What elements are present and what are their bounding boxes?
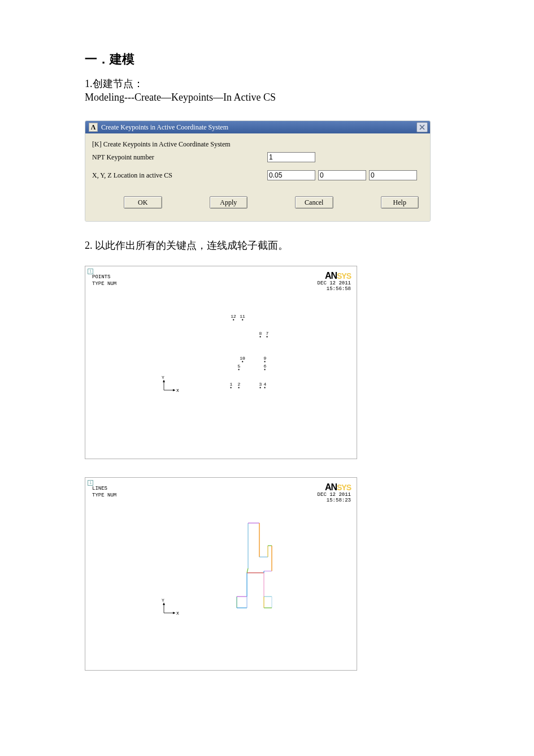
logo-sys: SYS [337, 483, 351, 492]
points-plot: 1 POINTS TYPE NUM ANSYS DEC 12 2011 15:5… [85, 266, 357, 459]
x-input[interactable] [267, 170, 315, 180]
keypoint-marker: 3 [259, 382, 262, 388]
npt-label: NPT Keypoint number [92, 153, 267, 162]
svg-marker-2 [173, 389, 175, 391]
keypoint-marker: 2 [238, 382, 241, 388]
apply-button[interactable]: Apply [210, 196, 248, 209]
keypoint-marker: 5 [238, 364, 241, 370]
lines-plot: 1 LINES TYPE NUM ANSYS DEC 12 2011 15:58… [85, 477, 357, 671]
y-input[interactable] [318, 170, 366, 180]
logo-an: AN [325, 482, 337, 492]
triad-icon: X Y [162, 599, 180, 617]
dialog-body: [K] Create Keypoints in Active Coordinat… [85, 133, 430, 221]
close-icon[interactable] [416, 122, 428, 132]
plot-badge-icon: 1 [88, 480, 93, 486]
cancel-button[interactable]: Cancel [295, 196, 333, 209]
plot-meta-line2: TYPE NUM [92, 281, 116, 288]
plot-time: 15:58:23 [318, 498, 351, 504]
plot-meta: POINTS TYPE NUM [92, 274, 116, 287]
triad-y: Y [162, 375, 164, 380]
help-button[interactable]: Help [381, 196, 419, 209]
ansys-logo: ANSYS DEC 12 2011 15:56:58 [318, 271, 351, 292]
plot-meta-line2: TYPE NUM [92, 493, 116, 499]
npt-input[interactable] [267, 152, 315, 162]
svg-marker-7 [163, 603, 165, 605]
dialog-header-label: [K] Create Keypoints in Active Coordinat… [92, 140, 267, 149]
plot-meta-line1: LINES [92, 486, 116, 493]
ansys-logo: ANSYS DEC 12 2011 15:58:23 [318, 482, 351, 504]
app-icon: Λ [89, 123, 98, 132]
step1-path: Modeling---Create—Keypoints—In Active CS [85, 92, 449, 103]
keypoint-marker: 7 [266, 331, 269, 338]
logo-an: AN [325, 271, 337, 280]
triad-y: Y [162, 598, 164, 603]
keypoints-dialog: Λ Create Keypoints in Active Coordinate … [85, 120, 431, 222]
keypoint-marker: 8 [259, 331, 262, 338]
ok-button[interactable]: OK [124, 196, 162, 209]
keypoint-marker: 10 [240, 356, 245, 362]
dialog-titlebar: Λ Create Keypoints in Active Coordinate … [85, 121, 430, 133]
plot-meta: LINES TYPE NUM [92, 486, 116, 499]
keypoint-marker: 11 [240, 314, 245, 321]
triad-x: X [176, 388, 179, 393]
triad-x: X [176, 611, 179, 616]
xyz-label: X, Y, Z Location in active CS [92, 171, 267, 180]
plot-badge-icon: 1 [88, 269, 93, 274]
svg-marker-6 [173, 612, 175, 614]
plot-time: 15:56:58 [318, 287, 351, 292]
section-title: 一．建模 [85, 51, 449, 68]
logo-sys: SYS [337, 271, 351, 280]
svg-marker-3 [163, 380, 165, 382]
dialog-title: Create Keypoints in Active Coordinate Sy… [101, 123, 228, 132]
z-input[interactable] [369, 170, 417, 180]
lines-shape [237, 523, 276, 608]
plot-meta-line1: POINTS [92, 274, 116, 281]
keypoint-marker: 6 [264, 364, 267, 370]
keypoint-marker: 4 [264, 382, 267, 388]
keypoint-marker: 9 [264, 356, 267, 362]
step2-label: 2. 以此作出所有的关键点，连线成轮子截面。 [85, 239, 449, 252]
keypoint-marker: 1 [230, 382, 233, 388]
triad-icon: X Y [162, 377, 180, 395]
step1-label: 1.创建节点： [85, 77, 449, 90]
keypoint-marker: 12 [231, 314, 236, 321]
